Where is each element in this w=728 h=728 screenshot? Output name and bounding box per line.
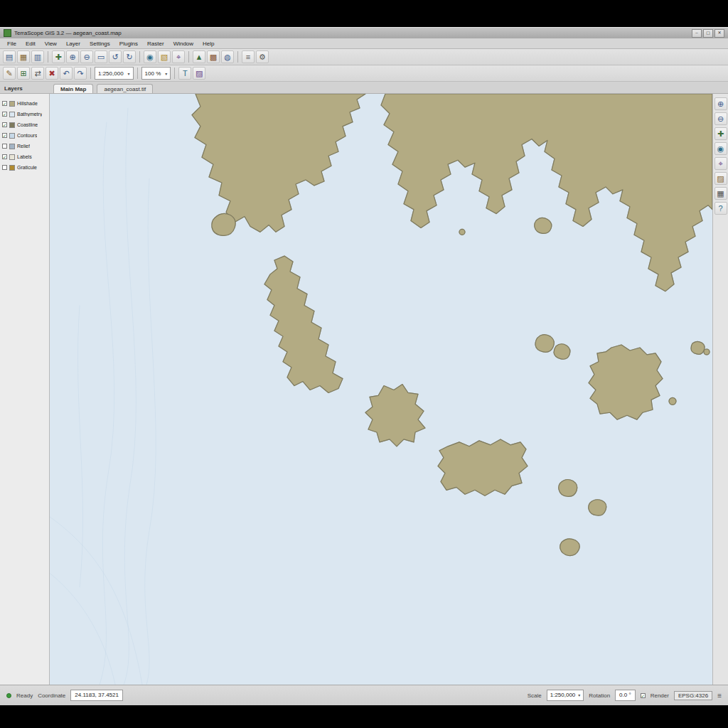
layer-swatch — [9, 144, 15, 149]
minimize-button[interactable]: – — [692, 29, 702, 38]
layer-checkbox[interactable]: ✓ — [2, 122, 7, 127]
menu-bar: FileEditViewLayerSettingsPluginsRasterWi… — [0, 38, 728, 49]
open-project-button[interactable]: ▦ — [17, 50, 30, 63]
layer-checkbox[interactable]: ✓ — [2, 133, 7, 138]
attribute-table-button[interactable]: ≡ — [242, 50, 255, 63]
maximize-button[interactable]: ▢ — [703, 29, 713, 38]
zoom-out-button[interactable]: ⊖ — [80, 50, 93, 63]
scale-label: Scale — [528, 692, 542, 699]
rotation-value[interactable]: 0.0 ° — [615, 690, 636, 701]
map-canvas[interactable] — [50, 94, 712, 685]
add-wms-layer-button[interactable]: ◍ — [221, 50, 234, 63]
label-tool-button[interactable]: T — [178, 67, 191, 80]
menu-view[interactable]: View — [41, 40, 61, 48]
menu-plugins[interactable]: Plugins — [115, 40, 142, 48]
layer-item[interactable]: ✓Coastline — [0, 121, 49, 129]
measure-side-button[interactable]: ⌖ — [714, 157, 727, 170]
islet-south-3 — [560, 539, 579, 556]
save-project-button[interactable]: ▥ — [31, 50, 44, 63]
scale-combo[interactable]: 1:250,000▾ — [95, 67, 134, 80]
move-feature-button[interactable]: ⇄ — [31, 67, 44, 80]
pan-tool-button[interactable]: ✚ — [52, 50, 65, 63]
menu-layer[interactable]: Layer — [62, 40, 85, 48]
add-raster-layer-button[interactable]: ▩ — [207, 50, 220, 63]
main-toolbar: ▤▦▥✚⊕⊖▭↺↻◉▧⌖▲▩◍≡⚙ — [0, 49, 728, 65]
layer-checkbox[interactable] — [2, 165, 7, 170]
zoom-last-button[interactable]: ↺ — [109, 50, 122, 63]
zoom-out-side-button[interactable]: ⊖ — [714, 112, 727, 125]
screen: { "window": { "title": "TerraScope GIS 3… — [0, 0, 728, 728]
toolbar-separator — [90, 68, 91, 79]
side-toolbar: ⊕⊖✚◉⌖▨▦? — [712, 94, 728, 685]
new-project-button[interactable]: ▤ — [3, 50, 16, 63]
render-checkbox[interactable]: ✓ — [641, 693, 646, 698]
bookmark-button[interactable]: ▨ — [193, 67, 205, 80]
pan-side-button[interactable]: ✚ — [714, 127, 727, 140]
island-east-round — [589, 345, 663, 419]
layer-swatch — [9, 101, 15, 107]
undo-button[interactable]: ↶ — [60, 67, 73, 80]
layer-swatch — [9, 154, 15, 160]
zoom-in-side-button[interactable]: ⊕ — [714, 97, 727, 110]
scale-value: 1:250,000 — [550, 690, 576, 700]
islet-east-dot — [669, 397, 676, 405]
menu-window[interactable]: Window — [169, 40, 198, 48]
layer-label: Hillshade — [17, 101, 38, 106]
opacity-spinner[interactable]: 100 %▾ — [141, 67, 171, 80]
settings-button[interactable]: ⚙ — [256, 50, 269, 63]
layer-item[interactable]: ✓Labels — [0, 153, 49, 161]
scale-combo-value: 1:250,000 — [98, 70, 124, 77]
select-features-button[interactable]: ▧ — [158, 50, 171, 63]
tab-raster-file[interactable]: aegean_coast.tif — [97, 84, 153, 93]
delete-selected-button[interactable]: ✖ — [46, 67, 58, 80]
layer-checkbox[interactable]: ✓ — [2, 101, 7, 106]
scale-combo-status[interactable]: 1:250,000 ▾ — [547, 690, 584, 701]
layer-item[interactable]: Relief — [0, 142, 49, 150]
zoom-in-button[interactable]: ⊕ — [66, 50, 79, 63]
map-svg — [50, 94, 712, 685]
toggle-editing-button[interactable]: ✎ — [3, 67, 16, 80]
menu-help[interactable]: Help — [198, 40, 218, 48]
add-feature-button[interactable]: ⊞ — [17, 67, 30, 80]
islet-pair-b — [554, 344, 570, 359]
layers-panel-title: Layers — [0, 85, 50, 93]
menu-settings[interactable]: Settings — [85, 40, 114, 48]
help-side-button[interactable]: ? — [714, 202, 727, 215]
islet-far-east-2 — [704, 349, 710, 355]
layer-checkbox[interactable] — [2, 144, 7, 149]
layer-item[interactable]: ✓Hillshade — [0, 100, 49, 107]
menu-edit[interactable]: Edit — [21, 40, 40, 48]
zoom-full-extent-button[interactable]: ▭ — [95, 50, 107, 63]
tab-main-map[interactable]: Main Map — [53, 84, 93, 93]
layer-checkbox[interactable]: ✓ — [2, 112, 7, 117]
identify-side-button[interactable]: ◉ — [714, 142, 727, 155]
toolbar-separator — [137, 68, 138, 79]
redo-button[interactable]: ↷ — [74, 67, 87, 80]
bookmark-side-button[interactable]: ▨ — [714, 172, 727, 185]
add-vector-layer-button[interactable]: ▲ — [193, 50, 205, 63]
message-log-icon[interactable]: ≡ — [717, 692, 722, 700]
toolbar-separator — [174, 68, 175, 79]
coordinate-value[interactable]: 24.1183, 37.4521 — [70, 690, 123, 701]
crs-badge[interactable]: EPSG:4326 — [674, 691, 712, 700]
layer-item[interactable]: Graticule — [0, 164, 49, 171]
menu-raster[interactable]: Raster — [143, 40, 168, 48]
menu-file[interactable]: File — [3, 40, 21, 48]
close-button[interactable]: ✕ — [714, 29, 724, 38]
sub-bar: Layers Main Map aegean_coast.tif — [0, 82, 728, 94]
title-bar[interactable]: TerraScope GIS 3.2 — aegean_coast.map – … — [0, 28, 728, 38]
layer-label: Bathymetry — [17, 112, 42, 117]
layers-panel: ✓Hillshade✓Bathymetry✓Coastline✓Contours… — [0, 94, 50, 685]
layer-item[interactable]: ✓Contours — [0, 132, 49, 139]
layer-item[interactable]: ✓Bathymetry — [0, 110, 49, 118]
toolbar-separator — [188, 51, 189, 63]
islet-pair-a — [535, 335, 554, 353]
layer-swatch — [9, 165, 15, 171]
identify-features-button[interactable]: ◉ — [144, 50, 156, 63]
ready-label: Ready — [16, 692, 33, 699]
rotation-label: Rotation — [589, 692, 610, 699]
layer-checkbox[interactable]: ✓ — [2, 154, 7, 159]
print-side-button[interactable]: ▦ — [714, 187, 727, 200]
measure-line-button[interactable]: ⌖ — [172, 50, 185, 63]
zoom-next-button[interactable]: ↻ — [123, 50, 136, 63]
